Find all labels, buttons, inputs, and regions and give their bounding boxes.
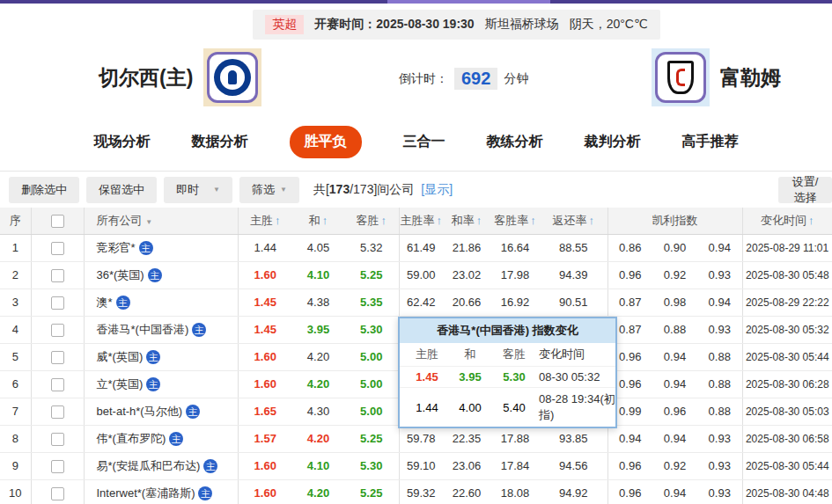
col-home-rate[interactable]: 主胜率↑ [399,208,443,234]
cell-draw-rate: 22.60 [443,479,490,504]
cell-kelly-draw: 0.94 [652,370,697,398]
cell-home-odds[interactable]: 1.65 [238,398,292,425]
cell-checkbox [31,370,84,398]
show-link[interactable]: [显示] [421,182,453,198]
cell-draw-odds[interactable]: 3.95 [292,316,344,343]
cell-return-rate: 93.85 [540,425,607,452]
col-seq: 序 [0,208,31,234]
fulham-logo [652,48,710,106]
cell-draw-odds[interactable]: 4.20 [292,479,344,504]
col-away-rate[interactable]: 客胜率↑ [490,208,540,234]
cell-away-odds[interactable]: 5.35 [344,289,399,316]
chevron-down-icon: ▼ [213,186,220,194]
cell-draw-odds[interactable]: 4.38 [292,289,344,316]
col-draw[interactable]: 和↑ [292,208,344,234]
row-checkbox[interactable] [51,269,64,282]
col-return-rate[interactable]: 返还率↑ [540,208,607,234]
row-checkbox[interactable] [51,487,64,500]
home-badge-icon: 主 [169,432,183,446]
cell-away-odds[interactable]: 5.30 [344,452,399,479]
col-change-time[interactable]: 变化时间↑ [742,208,832,234]
cell-away-rate: 16.92 [490,289,540,316]
row-checkbox[interactable] [51,460,64,473]
col-select-all [31,208,84,234]
countdown-value: 692 [454,68,497,90]
cell-away-odds[interactable]: 5.32 [344,234,399,261]
cell-return-rate: 88.55 [540,234,607,261]
cell-kelly-home: 0.94 [607,425,652,452]
cell-home-odds[interactable]: 1.44 [238,234,292,261]
row-checkbox[interactable] [51,433,64,446]
cell-kelly-draw: 0.92 [652,261,697,289]
cell-away-odds[interactable]: 5.00 [344,398,399,425]
tab[interactable]: 胜平负 [290,126,362,158]
row-checkbox[interactable] [51,296,64,310]
tab[interactable]: 裁判分析 [585,126,641,158]
keep-selected-button[interactable]: 保留选中 [86,177,157,203]
col-company[interactable]: 所有公司 ▼ [84,208,238,234]
cell-change-time: 2025-08-30 05:44 [742,452,832,479]
cell-home-odds[interactable]: 1.60 [238,370,292,398]
cell-draw-odds[interactable]: 4.20 [292,425,344,452]
cell-home-odds[interactable]: 1.60 [238,479,292,504]
cell-away-odds[interactable]: 5.25 [344,425,399,452]
cell-home-odds[interactable]: 1.60 [238,261,292,289]
cell-kelly-away: 0.94 [697,289,742,316]
cell-company[interactable]: 立*(英国)主 [84,370,238,398]
sort-up-icon: ↑ [476,214,482,227]
cell-away-odds[interactable]: 5.00 [344,343,399,370]
row-checkbox[interactable] [51,351,64,364]
row-checkbox[interactable] [51,324,64,337]
cell-company[interactable]: bet-at-h*(马尔他)主 [84,398,238,425]
home-team: 切尔西(主) [99,48,261,106]
team-header: 切尔西(主) 倒计时： 692 分钟 富勒姆 [0,40,832,115]
league-badge[interactable]: 英超 [265,15,304,34]
cell-home-odds[interactable]: 1.60 [238,343,292,370]
cell-draw-odds[interactable]: 4.10 [292,261,344,289]
row-checkbox[interactable] [51,242,64,255]
cell-away-odds[interactable]: 5.25 [344,261,399,289]
row-checkbox[interactable] [51,378,64,391]
cell-company[interactable]: 威*(英国)主 [84,343,238,370]
tab[interactable]: 现场分析 [94,126,151,158]
cell-company[interactable]: 36*(英国)主 [84,261,238,289]
col-away-win[interactable]: 客胜↑ [344,208,399,234]
tab[interactable]: 教练分析 [487,126,543,158]
fulham-crest-frame [655,52,706,103]
cell-draw-rate: 21.86 [443,234,490,261]
tab[interactable]: 三合一 [403,126,445,158]
cell-draw-odds[interactable]: 4.05 [292,234,344,261]
settings-button[interactable]: 设置/选择 [778,177,832,203]
cell-home-odds[interactable]: 1.45 [238,316,292,343]
time-mode-dropdown[interactable]: 即时 ▼ [164,177,232,203]
tab[interactable]: 高手推荐 [682,126,739,158]
cell-company[interactable]: Interwet*(塞浦路斯)主 [84,479,238,504]
cell-company[interactable]: 澳*主 [84,289,238,316]
filter-dropdown[interactable]: 筛选 ▼ [239,177,299,203]
cell-draw-odds[interactable]: 4.30 [292,398,344,425]
delete-selected-button[interactable]: 删除选中 [9,177,79,203]
col-draw-rate[interactable]: 和率↑ [443,208,490,234]
cell-draw-odds[interactable]: 4.20 [292,343,344,370]
select-all-checkbox[interactable] [51,215,64,228]
cell-company[interactable]: 竞彩官*主 [84,234,238,261]
cell-draw-odds[interactable]: 4.20 [292,370,344,398]
cell-kelly-draw: 0.98 [652,289,697,316]
cell-draw-odds[interactable]: 4.10 [292,452,344,479]
cell-home-odds[interactable]: 1.45 [238,289,292,316]
cell-kelly-away: 0.93 [697,479,742,504]
cell-return-rate: 94.56 [540,452,607,479]
tooltip-title: 香港马*(中国香港) 指数变化 [400,318,615,343]
cell-home-odds[interactable]: 1.60 [238,452,292,479]
cell-home-odds[interactable]: 1.57 [238,425,292,452]
tab[interactable]: 数据分析 [192,126,248,158]
cell-away-odds[interactable]: 5.00 [344,370,399,398]
cell-away-odds[interactable]: 5.30 [344,316,399,343]
col-home-win[interactable]: 主胜↑ [238,208,292,234]
cell-away-odds[interactable]: 5.25 [344,479,399,504]
cell-company[interactable]: 易*(安提瓜和巴布达)主 [84,452,238,479]
cell-checkbox [31,316,84,343]
cell-company[interactable]: 伟*(直布罗陀)主 [84,425,238,452]
row-checkbox[interactable] [51,405,64,419]
cell-company[interactable]: 香港马*(中国香港)主 [84,316,238,343]
